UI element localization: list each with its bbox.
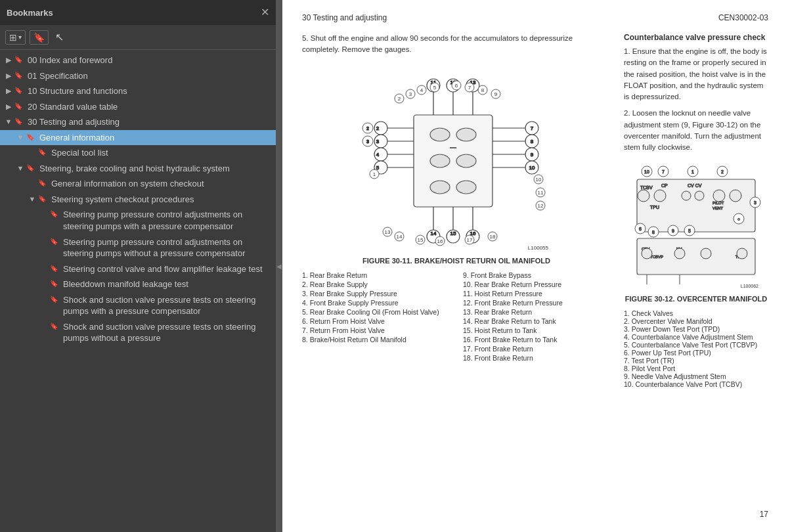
svg-text:L100062: L100062 (741, 284, 758, 288)
sidebar-item-idx-20[interactable]: ▶🔖20 Standard value table (0, 99, 276, 115)
svg-text:5: 5 (688, 229, 691, 233)
svg-point-31 (456, 128, 476, 141)
svg-point-109 (713, 190, 725, 202)
svg-text:PILOT: PILOT (712, 201, 724, 205)
svg-point-105 (638, 190, 649, 202)
svg-text:10: 10 (644, 169, 649, 174)
expand-icon[interactable]: ▼ (26, 194, 38, 204)
svg-point-34 (430, 181, 450, 194)
svg-point-133 (701, 248, 711, 259)
bookmark-icon: 🔖 (26, 132, 37, 142)
expand-icon (38, 263, 50, 264)
expand-icon (38, 209, 50, 210)
svg-text:2: 2 (366, 126, 369, 131)
figure-30-11-diagram: 2 3 4 5 7 8 9 10 11 12 13 14 15 16 (355, 62, 558, 253)
sidebar-title: Bookmarks (7, 8, 53, 18)
sidebar-item-idx-30[interactable]: ▼🔖30 Testing and adjusting (0, 114, 276, 130)
sidebar-item-idx-30-steer-proc-2[interactable]: 🔖Steering pump pressure control adjustme… (0, 234, 276, 261)
expand-icon[interactable]: ▼ (14, 132, 26, 143)
svg-text:8: 8 (481, 87, 485, 93)
svg-text:3: 3 (409, 91, 412, 97)
svg-text:○: ○ (737, 217, 740, 221)
expand-icon (38, 294, 50, 295)
svg-text:16: 16 (437, 238, 443, 244)
sidebar-item-idx-30-steer-proc[interactable]: ▼🔖Steering system checkout procedures (0, 192, 276, 208)
sidebar-item-idx-30-steer-proc-3[interactable]: 🔖Steering control valve and flow amplifi… (0, 261, 276, 277)
sidebar-item-idx-30-steer-proc-5[interactable]: 🔖Shock and suction valve pressure tests … (0, 292, 276, 319)
svg-text:14: 14 (431, 231, 437, 236)
expand-icon[interactable]: ▼ (14, 163, 26, 173)
doc-section-main: 5. Shut off the engine and allow 90 seco… (302, 33, 768, 388)
svg-text:TCBVP: TCBVP (650, 255, 663, 259)
bookmark-icon: 🔖 (50, 209, 60, 219)
expand-icon (38, 278, 50, 279)
bookmark-icon: 🔖 (50, 321, 60, 331)
bookmark-icon: 🔖 (50, 263, 60, 273)
svg-text:3: 3 (376, 139, 380, 144)
bookmark-button[interactable]: 🔖 (30, 30, 49, 45)
svg-text:12: 12 (538, 203, 544, 209)
close-button[interactable]: ✕ (261, 7, 269, 18)
svg-point-107 (682, 191, 691, 200)
page-number: 17 (760, 510, 768, 519)
sidebar-item-idx-10[interactable]: ▶🔖10 Structure and functions (0, 83, 276, 99)
svg-text:L100055: L100055 (528, 245, 549, 251)
sidebar-item-idx-30-steer[interactable]: ▼🔖Steering, brake cooling and hoist hydr… (0, 161, 276, 177)
sidebar-tree: ▶🔖00 Index and foreword▶🔖01 Specificatio… (0, 50, 276, 532)
svg-text:6: 6 (455, 83, 458, 89)
resize-handle[interactable]: ◀ (276, 0, 282, 532)
expand-icon (26, 178, 38, 179)
svg-point-33 (456, 154, 476, 167)
bookmark-icon: 🔖 (50, 236, 60, 246)
step5-text: 5. Shut off the engine and allow 90 seco… (302, 33, 611, 56)
svg-text:TCBV: TCBV (640, 185, 653, 190)
sidebar-item-idx-30-steer-proc-1[interactable]: 🔖Steering pump pressure control adjustme… (0, 207, 276, 234)
expand-icon[interactable]: ▶ (3, 55, 14, 65)
sidebar-toolbar: ⊞ ▾ 🔖 ↖ (0, 25, 276, 50)
sidebar-item-idx-30-gen-tool[interactable]: 🔖Special tool list (0, 145, 276, 161)
sidebar-item-idx-01[interactable]: ▶🔖01 Specification (0, 68, 276, 84)
sidebar-item-label: Steering pump pressure control adjustmen… (63, 236, 272, 259)
expand-icon[interactable]: ▶ (3, 101, 14, 112)
expand-icon[interactable]: ▶ (3, 85, 14, 96)
svg-text:7: 7 (531, 125, 534, 131)
svg-text:4: 4 (420, 87, 424, 93)
svg-point-108 (695, 191, 704, 200)
svg-text:11: 11 (538, 190, 544, 196)
svg-point-35 (456, 181, 476, 194)
expand-all-button[interactable]: ⊞ ▾ (5, 30, 26, 45)
expand-icon[interactable]: ▶ (3, 70, 14, 81)
svg-point-134 (737, 248, 747, 259)
sidebar-item-idx-30-steer-proc-6[interactable]: 🔖Shock and suction valve pressure tests … (0, 319, 276, 346)
figure-30-11-legend-right: 9. Front Brake Bypass 10. Rear Brake Ret… (463, 271, 611, 363)
svg-rect-1 (414, 115, 492, 207)
sidebar-item-label: General information (39, 132, 272, 144)
figure-30-11-container: 2 3 4 5 7 8 9 10 11 12 13 14 15 16 (302, 62, 611, 265)
svg-text:CP: CP (661, 183, 668, 188)
svg-point-106 (654, 190, 666, 202)
sidebar-item-label: 00 Index and foreword (28, 55, 272, 66)
bookmark-icon: 🔖 (14, 85, 25, 95)
svg-text:5: 5 (433, 85, 437, 91)
svg-text:2: 2 (376, 125, 380, 131)
sidebar-item-label: Bleeddown manifold leakage test (63, 278, 272, 290)
sidebar-item-idx-30-steer-geninfo[interactable]: 🔖General information on system checkout (0, 176, 276, 192)
check-step-1: 1. Ensure that the engine is off, the bo… (624, 46, 768, 102)
svg-text:VENT: VENT (712, 206, 723, 210)
sidebar-item-label: Special tool list (51, 147, 272, 159)
sidebar-item-idx-00[interactable]: ▶🔖00 Index and foreword (0, 53, 276, 68)
figure-30-11-caption: FIGURE 30-11. BRAKE/HOIST RETURN OIL MAN… (302, 257, 611, 265)
bookmark-icon: 🔖 (50, 278, 60, 288)
figure-30-12-container: 10 7 1 2 TCBV CP CV C (624, 160, 768, 303)
doc-left-column: 5. Shut off the engine and allow 90 seco… (302, 33, 611, 388)
figure-30-11-legend: 1. Rear Brake Return 2. Rear Brake Suppl… (302, 271, 611, 363)
svg-text:CV  CV: CV CV (688, 183, 702, 188)
figure-30-11-legend-left: 1. Rear Brake Return 2. Rear Brake Suppl… (302, 271, 450, 363)
sidebar-item-idx-30-steer-proc-4[interactable]: 🔖Bleeddown manifold leakage test (0, 277, 276, 292)
svg-text:14: 14 (397, 234, 403, 240)
bookmark-icon: 🔖 (14, 55, 25, 64)
expand-icon[interactable]: ▼ (3, 116, 14, 127)
sidebar-item-idx-30-gen[interactable]: ▼🔖General information (0, 130, 276, 146)
figure-30-12-diagram: 10 7 1 2 TCBV CP CV C (627, 160, 765, 291)
figure-30-12-caption: FIGURE 30-12. OVERCENTER MANIFOLD (624, 295, 768, 303)
